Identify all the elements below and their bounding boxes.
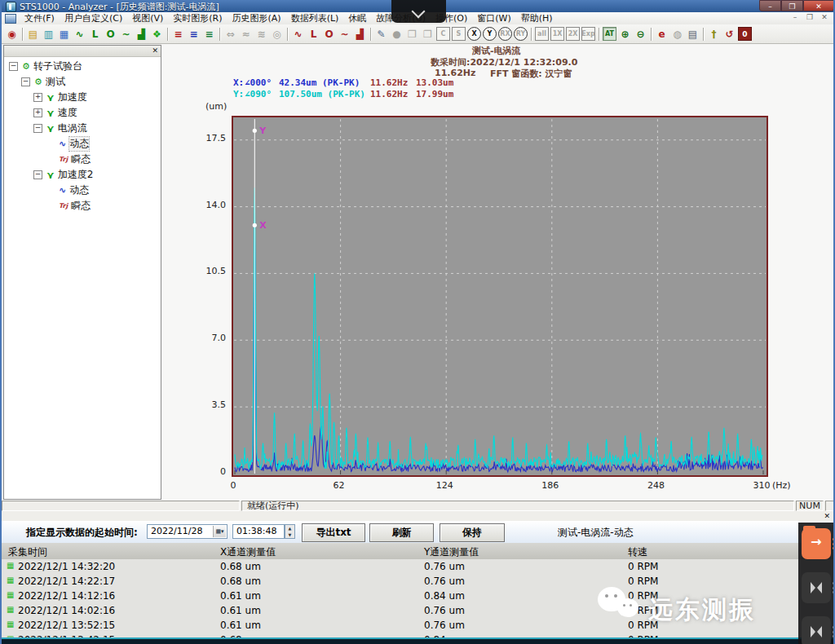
data-panel-close-icon[interactable]: ✕ [824,512,830,520]
minimize-button[interactable]: – [759,0,781,11]
time-spinner[interactable]: ▲▼ [285,524,295,539]
maximize-button[interactable]: ❐ [781,0,803,11]
history-timebase-icon[interactable]: L [307,27,320,41]
shaft-position-icon[interactable]: ❖ [150,27,164,41]
tree-item-acceleration[interactable]: +⋎加速度 [33,90,87,105]
expand-icon[interactable]: + [33,93,42,102]
datalist-history-icon[interactable]: ≡ [187,27,201,41]
tree-item-rotor-test-bench[interactable]: −⚙转子试验台 [9,59,82,74]
share-folder-icon[interactable]: → [802,528,831,559]
calendar-dropdown-icon[interactable]: ▦▾ [213,526,226,537]
mdi-minimize-button[interactable]: – [789,13,801,21]
column-header-4[interactable]: 转速 [628,545,647,559]
cell-time: 2022/12/1 14:02:16 [18,605,115,616]
history-orbit-icon[interactable]: O [322,27,336,41]
menu-item-1[interactable]: 文件(F) [20,13,60,24]
table-header: 采集时间X通道测量值Y通道测量值转速 [2,543,835,560]
export-txt-button[interactable]: 导出txt [302,523,365,542]
history-spectrum-icon[interactable]: ▟ [353,27,367,41]
menu-item-10[interactable]: 窗口(W) [472,13,515,24]
menu-item-4[interactable]: 实时图形(R) [168,13,227,24]
tree-panel-close-icon[interactable]: ✕ [152,46,158,55]
realtime-trend-icon[interactable]: ~ [119,27,133,41]
mdi-close-button[interactable]: ✕ [819,13,830,21]
hold-button[interactable]: 保持 [440,523,505,542]
mdi-child-icon[interactable] [5,14,16,24]
config-folder-icon[interactable]: ▦ [57,27,71,41]
machine-node-icon: ⚙ [34,77,42,87]
web-help-icon[interactable]: e [655,27,669,41]
column-header-3[interactable]: Y通道测量值 [424,545,479,559]
monitor-folder-icon[interactable]: ▥ [42,27,55,41]
open-project-folder-icon[interactable]: ▤ [26,27,40,41]
tree-item-velocity[interactable]: +⋎速度 [33,105,77,121]
toolbar-separator [703,28,704,41]
collapse-icon[interactable]: − [21,77,30,86]
menu-item-5[interactable]: 历史图形(A) [228,13,286,24]
key-icon[interactable]: † [707,27,721,41]
tree-item-eddy-transient[interactable]: Trj瞬态 [46,152,91,167]
collapse-icon[interactable]: − [9,62,18,71]
video-app-icon[interactable] [802,572,831,603]
app-window: STS1000 - Analyzer - [历史频谱图:测试-电涡流] – ❐ … [0,0,835,644]
history-trend-icon[interactable]: ~ [338,27,351,41]
realtime-spectrum-icon[interactable]: ▟ [135,27,148,41]
collapse-icon[interactable]: − [33,170,42,179]
realtime-timebase-icon[interactable]: L [88,27,102,41]
tree-item-accel2-dynamic[interactable]: ∿动态 [46,183,89,198]
app-icon [6,2,16,12]
refresh-button[interactable]: 刷新 [369,523,434,542]
tree-item-acceleration2[interactable]: −⋎加速度2 [33,167,93,183]
column-header-2[interactable]: X通道测量值 [220,545,276,559]
alarm-icon[interactable]: ◍ [670,27,684,41]
time-input[interactable]: 01:38:48 [232,524,285,539]
y-amplitude: 107.50um (PK-PK) [279,89,365,99]
tree-item-accel2-transient[interactable]: Trj瞬态 [46,198,91,214]
menu-item-3[interactable]: 视图(V) [127,13,168,24]
channel-y-icon[interactable]: Y [483,27,497,41]
zero-reset-icon[interactable]: 0 [738,27,752,41]
collapse-icon[interactable]: − [33,124,42,133]
rollback-icon[interactable]: ↺ [722,27,736,41]
toolbar-separator [22,28,23,41]
tree-item-eddy-dynamic[interactable]: ∿动态 [46,136,89,152]
close-button[interactable]: ✕ [803,0,834,11]
save-view-icon: ❐ [421,27,435,41]
cell-x-value: 0.61 um [220,605,261,616]
tree-item-test[interactable]: −⚙测试 [21,74,65,90]
status-resize-grip[interactable] [825,501,835,511]
marker-icon[interactable]: ● [390,27,404,41]
annotate-brush-icon[interactable]: ✎ [374,27,388,41]
auto-scale-icon[interactable]: AT [603,27,616,41]
realtime-waveform-icon[interactable]: ∿ [73,27,86,41]
x-tick-label: 62 [325,480,354,491]
fft-window-label: FFT 窗函数: 汉宁窗 [490,68,572,80]
menu-item-7[interactable]: 休眠 [343,13,371,24]
expand-icon[interactable]: + [33,108,42,117]
record-calendar-icon: ▦ [7,605,14,614]
y-axis-unit: (um) [205,101,227,112]
table-row[interactable]: ▦2022/12/1 14:32:200.68 um0.76 um0 RPM [2,559,835,575]
tree-item-eddy-current[interactable]: −⋎电涡流 [33,121,87,136]
video-app-icon-2[interactable] [802,616,831,644]
record-calendar-icon: ▦ [7,590,14,599]
spectrum-plot[interactable]: YX [232,116,768,477]
datalist-export-icon[interactable]: ≡ [202,27,216,41]
history-waveform-icon[interactable]: ∿ [291,27,305,41]
menu-item-11[interactable]: 帮助(H) [516,13,558,24]
print-icon[interactable]: ▤ [686,27,700,41]
menu-item-6[interactable]: 数据列表(L) [286,13,344,24]
menu-item-2[interactable]: 用户自定义(C) [60,13,127,24]
zoom-out-icon[interactable]: ⊖ [634,27,647,41]
data-panel-controls: 指定显示数据的起始时间: 2022/11/28 ▦▾ 01:38:48 ▲▼ 导… [2,521,835,544]
realtime-orbit-icon[interactable]: O [104,27,117,41]
channel-x-icon[interactable]: X [467,27,481,41]
record-icon[interactable]: ◉ [5,27,19,41]
datalist-realtime-icon[interactable]: ≡ [171,27,185,41]
video-overlay-collapse[interactable] [391,0,446,23]
zoom-in-icon[interactable]: ⊕ [618,27,632,41]
column-header-1[interactable]: 采集时间 [8,545,47,559]
date-input[interactable]: 2022/11/28 ▦▾ [147,524,228,539]
mdi-restore-button[interactable]: ❐ [804,13,815,21]
x-cursor-amp: 13.03um [416,77,453,88]
